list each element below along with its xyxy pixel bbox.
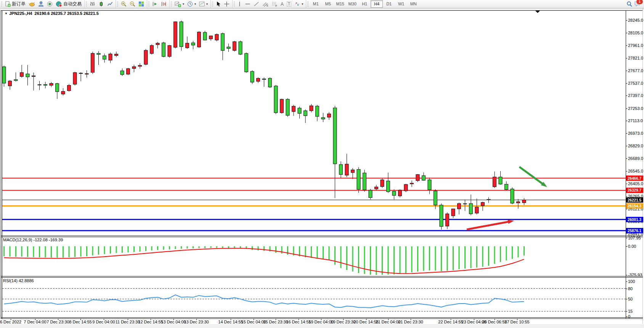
- zoom-out-icon: [130, 1, 135, 7]
- price-chart[interactable]: 28245.028105.027961.027821.027677.027537…: [0, 0, 644, 328]
- support-bounce-arrow-annotation[interactable]: [467, 220, 514, 229]
- timeframe-button-M1[interactable]: M1: [310, 0, 322, 8]
- auto-scroll-button[interactable]: [151, 0, 159, 8]
- timeframe-button-M5[interactable]: M5: [322, 0, 334, 8]
- arrows-button[interactable]: ▾: [293, 0, 305, 8]
- signal-button[interactable]: [45, 0, 54, 8]
- candlesticks: [2, 21, 526, 229]
- macd-pane[interactable]: 107.950.00-375.93: [3, 236, 642, 277]
- market-button[interactable]: [27, 0, 37, 8]
- price-badge: 26001.3: [626, 217, 643, 222]
- macd-indicator-label: MACD(12,26,9) -122.08 -169.39: [3, 238, 63, 242]
- price-level-lines[interactable]: [2, 178, 626, 231]
- autotrade-label: 自动交易: [63, 1, 82, 7]
- clock-icon: [187, 1, 193, 7]
- price-badge: 26221.5: [626, 197, 643, 203]
- svg-text:26329.7: 26329.7: [628, 188, 642, 192]
- crosshair-icon: [224, 1, 230, 7]
- channel-button[interactable]: E: [261, 0, 270, 8]
- svg-text:28245.0: 28245.0: [628, 18, 643, 23]
- svg-text:-375.93: -375.93: [628, 273, 642, 277]
- svg-text:14 Dec 14:55: 14 Dec 14:55: [218, 320, 243, 324]
- cursor-button[interactable]: [214, 0, 222, 8]
- periods-button[interactable]: ▾: [186, 0, 198, 8]
- timeframe-button-MN[interactable]: MN: [407, 0, 419, 8]
- auto-scroll-icon: [152, 1, 158, 7]
- rsi-pane[interactable]: 1008050150: [2, 279, 635, 319]
- chart-shift-button[interactable]: [159, 0, 168, 8]
- trendline-icon: [254, 1, 259, 7]
- timeframe-button-H4[interactable]: H4: [371, 0, 383, 8]
- text-label-button[interactable]: T: [285, 0, 293, 8]
- down-trend-arrow-annotation[interactable]: [519, 167, 547, 187]
- toolbar-group-trade: 新订单 自动交易: [0, 0, 84, 8]
- candlestick-chart-button[interactable]: [97, 0, 106, 8]
- svg-text:80: 80: [628, 286, 633, 291]
- indicators-button[interactable]: ▾: [173, 0, 186, 8]
- svg-text:25876.1: 25876.1: [628, 229, 642, 233]
- timeframe-button-D1[interactable]: D1: [383, 0, 395, 8]
- macd-signal-line: [4, 248, 524, 273]
- svg-text:26 Dec 06:55: 26 Dec 06:55: [482, 320, 507, 324]
- timeframe-button-M15[interactable]: M15: [334, 0, 346, 8]
- zoom-out-button[interactable]: [128, 0, 137, 8]
- line-chart-button[interactable]: [106, 0, 114, 8]
- trendline-button[interactable]: [252, 0, 261, 8]
- zoom-in-button[interactable]: [119, 0, 128, 8]
- svg-text:20 Dec 14:55: 20 Dec 14:55: [353, 320, 378, 324]
- line-chart-icon: [107, 1, 113, 7]
- notifications-button[interactable]: 1: [634, 0, 641, 8]
- svg-text:15 Dec 23:30: 15 Dec 23:30: [263, 320, 288, 324]
- toolbar-group-timeframes: M1M5M15M30H1H4D1W1MN: [306, 0, 421, 8]
- templates-button[interactable]: ▾: [198, 0, 209, 8]
- toolbar-group-chart-type: [84, 0, 116, 8]
- tile-windows-icon: [138, 1, 144, 7]
- horizontal-line-icon: [245, 2, 251, 6]
- timeframe-button-M30[interactable]: M30: [346, 0, 358, 8]
- svg-text:6 Dec 2022: 6 Dec 2022: [0, 320, 21, 324]
- text-button[interactable]: A: [279, 0, 285, 8]
- vertical-line-button[interactable]: [236, 0, 243, 8]
- svg-text:26545.0: 26545.0: [628, 169, 643, 173]
- svg-text:8 Dec 14:55: 8 Dec 14:55: [69, 320, 92, 324]
- search-icon: [626, 1, 633, 7]
- profile-button[interactable]: [37, 0, 45, 8]
- fibonacci-icon: F: [271, 1, 278, 7]
- rsi-line: [4, 295, 524, 308]
- svg-text:27253.0: 27253.0: [628, 106, 643, 111]
- bar-chart-icon: [90, 1, 95, 7]
- toolbar-group-indicators: ▾ ▾ ▾: [169, 0, 210, 8]
- svg-text:27961.0: 27961.0: [628, 43, 643, 48]
- chevron-down-icon: ▾: [206, 2, 208, 6]
- search-button[interactable]: [625, 0, 634, 8]
- svg-text:107.95: 107.95: [628, 236, 641, 240]
- svg-text:13 Dec 04:00: 13 Dec 04:00: [161, 320, 186, 324]
- svg-text:15 Dec 04:00: 15 Dec 04:00: [241, 320, 266, 324]
- autotrade-button[interactable]: 自动交易: [54, 0, 83, 8]
- new-order-icon: [5, 1, 11, 7]
- bar-chart-button[interactable]: [88, 0, 97, 8]
- symbol-dropdown-icon[interactable]: ▼: [5, 12, 8, 15]
- price-badge: 26466.7: [626, 176, 643, 181]
- svg-text:7 Dec 23:30: 7 Dec 23:30: [47, 320, 69, 324]
- svg-text:21 Dec 04:00: 21 Dec 04:00: [376, 320, 400, 324]
- svg-text:26466.7: 26466.7: [628, 176, 642, 181]
- fibonacci-button[interactable]: F: [270, 0, 279, 8]
- chart-title: ▼JPN225-,H4 26190.6 26235.7 26153.5 2622…: [5, 11, 99, 16]
- timeframe-button-H1[interactable]: H1: [358, 0, 371, 8]
- svg-text:0.00: 0.00: [628, 244, 636, 249]
- svg-text:27 Dec 10:55: 27 Dec 10:55: [504, 320, 529, 324]
- tile-windows-button[interactable]: [137, 0, 146, 8]
- timeframe-button-W1[interactable]: W1: [395, 0, 407, 8]
- new-order-button[interactable]: 新订单: [3, 0, 27, 8]
- svg-text:27821.0: 27821.0: [628, 56, 643, 60]
- svg-text:E: E: [267, 4, 268, 7]
- time-axis[interactable]: 6 Dec 20227 Dec 04:007 Dec 23:308 Dec 14…: [0, 318, 530, 324]
- crosshair-button[interactable]: [222, 0, 231, 8]
- horizontal-line-button[interactable]: [243, 0, 252, 8]
- lamp-icon: [29, 1, 35, 7]
- price-axis[interactable]: 28245.028105.027961.027821.027677.027537…: [626, 18, 643, 236]
- svg-text:50: 50: [628, 297, 633, 301]
- chart-shift-icon: [161, 1, 167, 7]
- arrow-objects-icon: [294, 1, 300, 7]
